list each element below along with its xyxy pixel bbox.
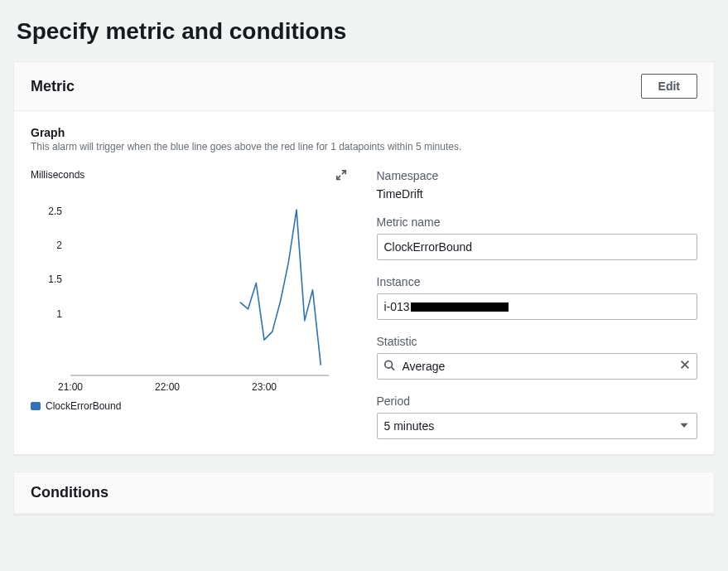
instance-value-prefix: i-013	[384, 300, 410, 313]
namespace-label: Namespace	[377, 169, 698, 182]
svg-text:1.5: 1.5	[48, 273, 62, 285]
instance-label: Instance	[377, 275, 698, 288]
period-label: Period	[377, 394, 698, 408]
graph-section-title: Graph	[31, 126, 697, 139]
namespace-value: TimeDrift	[377, 187, 698, 201]
close-icon[interactable]	[679, 359, 691, 374]
conditions-panel: Conditions	[13, 472, 715, 515]
statistic-label: Statistic	[377, 335, 698, 348]
conditions-panel-title: Conditions	[31, 484, 108, 501]
svg-text:2: 2	[56, 240, 62, 251]
metric-panel-title: Metric	[31, 78, 75, 95]
period-select[interactable]	[377, 413, 698, 439]
svg-text:1: 1	[56, 308, 62, 320]
svg-text:2.5: 2.5	[48, 206, 62, 217]
metric-panel: Metric Edit Graph This alarm will trigge…	[13, 61, 715, 455]
edit-button[interactable]: Edit	[641, 74, 697, 99]
svg-text:23:00: 23:00	[252, 381, 277, 393]
expand-icon[interactable]	[335, 169, 347, 183]
statistic-input[interactable]	[377, 353, 698, 380]
instance-redacted	[411, 302, 509, 312]
metric-panel-header: Metric Edit	[14, 62, 714, 111]
instance-input[interactable]: i-013	[377, 293, 698, 320]
svg-text:21:00: 21:00	[58, 381, 83, 393]
page-title: Specify metric and conditions	[17, 18, 715, 45]
svg-text:22:00: 22:00	[155, 381, 180, 393]
metric-name-input[interactable]	[377, 234, 698, 260]
graph-description: This alarm will trigger when the blue li…	[31, 141, 697, 152]
chart-svg: 11.522.521:0022:0023:00	[31, 184, 337, 395]
chart-legend: ClockErrorBound	[31, 400, 352, 412]
legend-label: ClockErrorBound	[46, 400, 121, 412]
chart-unit-label: Milliseconds	[31, 169, 352, 181]
chart: Milliseconds 11.522.521:0022:0023:00	[31, 169, 352, 395]
conditions-panel-header: Conditions	[14, 472, 714, 514]
legend-swatch	[31, 402, 41, 410]
metric-name-label: Metric name	[377, 215, 698, 229]
